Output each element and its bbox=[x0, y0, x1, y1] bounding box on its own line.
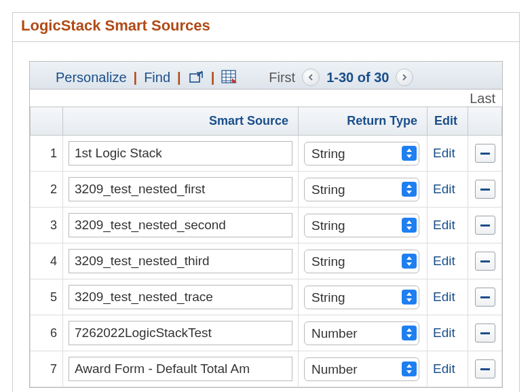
smart-source-input[interactable] bbox=[69, 141, 292, 165]
delete-row-button[interactable] bbox=[475, 324, 495, 342]
delete-cell bbox=[468, 136, 502, 172]
row-number: 1 bbox=[31, 136, 63, 172]
edit-cell: Edit bbox=[428, 243, 468, 279]
view-all-icon[interactable] bbox=[188, 69, 204, 85]
return-type-select[interactable]: StringNumber bbox=[304, 214, 419, 237]
table-row: 1StringNumberEdit bbox=[31, 136, 502, 172]
row-number: 7 bbox=[31, 351, 63, 387]
return-type-select[interactable]: StringNumber bbox=[304, 250, 419, 273]
smart-source-cell bbox=[63, 208, 299, 243]
delete-cell bbox=[468, 172, 502, 208]
delete-cell bbox=[468, 315, 502, 351]
table-row: 6StringNumberEdit bbox=[31, 315, 502, 351]
pager: First 1-30 of 30 bbox=[269, 68, 413, 86]
grid: Personalize | Find | | bbox=[29, 61, 503, 388]
return-type-cell: StringNumber bbox=[299, 136, 428, 172]
return-type-cell: StringNumber bbox=[299, 208, 428, 243]
minus-icon bbox=[480, 296, 490, 298]
minus-icon bbox=[480, 368, 490, 370]
return-type-cell: StringNumber bbox=[299, 351, 428, 387]
toolbar-separator: | bbox=[208, 70, 218, 85]
edit-link[interactable]: Edit bbox=[433, 326, 455, 340]
export-excel-icon[interactable] bbox=[221, 69, 238, 85]
return-type-select[interactable]: StringNumber bbox=[304, 286, 419, 309]
delete-row-button[interactable] bbox=[475, 288, 495, 307]
toolbar-separator: | bbox=[131, 70, 140, 85]
edit-cell: Edit bbox=[428, 279, 468, 315]
table-row: 7StringNumberEdit bbox=[31, 351, 502, 387]
table-row: 4StringNumberEdit bbox=[31, 243, 502, 279]
smart-source-cell bbox=[63, 315, 299, 351]
edit-cell: Edit bbox=[428, 172, 468, 208]
minus-icon bbox=[480, 189, 490, 191]
smart-source-input[interactable] bbox=[69, 249, 292, 273]
delete-cell bbox=[468, 351, 502, 387]
data-table: Smart Source Return Type Edit 1StringNum… bbox=[30, 106, 502, 387]
panel-title: LogicStack Smart Sources bbox=[13, 13, 519, 42]
row-number: 5 bbox=[31, 279, 63, 315]
edit-link[interactable]: Edit bbox=[433, 218, 455, 232]
delete-row-button[interactable] bbox=[475, 144, 495, 163]
smart-source-cell bbox=[63, 172, 299, 208]
table-row: 2StringNumberEdit bbox=[31, 172, 502, 208]
return-type-select[interactable]: StringNumber bbox=[304, 178, 419, 201]
col-return-type[interactable]: Return Type bbox=[299, 107, 428, 136]
toolbar-separator: | bbox=[174, 70, 184, 85]
smart-source-input[interactable] bbox=[69, 357, 292, 381]
row-number: 2 bbox=[31, 172, 63, 208]
table-row: 3StringNumberEdit bbox=[31, 208, 502, 243]
col-edit: Edit bbox=[428, 107, 468, 136]
col-delete bbox=[468, 107, 502, 136]
row-number: 3 bbox=[31, 208, 63, 243]
delete-cell bbox=[468, 243, 502, 279]
find-link[interactable]: Find bbox=[144, 70, 170, 85]
panel-body: Personalize | Find | | bbox=[13, 42, 519, 392]
return-type-select[interactable]: StringNumber bbox=[304, 142, 419, 165]
personalize-link[interactable]: Personalize bbox=[56, 70, 127, 85]
return-type-cell: StringNumber bbox=[299, 172, 428, 208]
edit-cell: Edit bbox=[428, 136, 468, 172]
pager-prev-button[interactable] bbox=[302, 68, 320, 86]
delete-cell bbox=[468, 279, 502, 315]
edit-cell: Edit bbox=[428, 351, 468, 387]
edit-cell: Edit bbox=[428, 208, 468, 243]
smart-source-input[interactable] bbox=[69, 177, 292, 201]
return-type-cell: StringNumber bbox=[299, 315, 428, 351]
edit-link[interactable]: Edit bbox=[433, 182, 455, 196]
pager-range: 1-30 of 30 bbox=[326, 70, 389, 85]
smart-source-cell bbox=[63, 351, 299, 387]
minus-icon bbox=[480, 224, 490, 227]
delete-cell bbox=[468, 208, 502, 243]
grid-toolbar: Personalize | Find | | bbox=[30, 62, 502, 90]
col-smart-source[interactable]: Smart Source bbox=[63, 107, 299, 136]
minus-icon bbox=[480, 332, 490, 334]
row-number: 4 bbox=[31, 243, 63, 279]
delete-row-button[interactable] bbox=[475, 359, 495, 378]
edit-cell: Edit bbox=[428, 315, 468, 351]
col-rownum bbox=[31, 107, 63, 136]
pager-next-button[interactable] bbox=[396, 68, 413, 86]
smart-source-input[interactable] bbox=[69, 213, 292, 237]
smart-source-input[interactable] bbox=[69, 285, 292, 309]
delete-row-button[interactable] bbox=[475, 216, 495, 235]
minus-icon bbox=[480, 260, 490, 262]
pager-first-label: First bbox=[269, 70, 295, 85]
return-type-cell: StringNumber bbox=[299, 279, 428, 315]
smart-sources-panel: LogicStack Smart Sources Personalize | F… bbox=[12, 12, 520, 392]
edit-link[interactable]: Edit bbox=[433, 146, 455, 160]
edit-link[interactable]: Edit bbox=[433, 290, 455, 304]
minus-icon bbox=[480, 153, 490, 155]
return-type-cell: StringNumber bbox=[299, 243, 428, 279]
edit-link[interactable]: Edit bbox=[433, 361, 455, 376]
smart-source-input[interactable] bbox=[69, 321, 292, 345]
smart-source-cell bbox=[63, 243, 299, 279]
delete-row-button[interactable] bbox=[475, 180, 495, 199]
delete-row-button[interactable] bbox=[475, 252, 495, 271]
smart-source-cell bbox=[63, 136, 299, 172]
smart-source-cell bbox=[63, 279, 299, 315]
table-row: 5StringNumberEdit bbox=[31, 279, 502, 315]
edit-link[interactable]: Edit bbox=[433, 254, 455, 268]
return-type-select[interactable]: StringNumber bbox=[304, 357, 419, 381]
return-type-select[interactable]: StringNumber bbox=[304, 321, 419, 345]
row-number: 6 bbox=[31, 315, 63, 351]
